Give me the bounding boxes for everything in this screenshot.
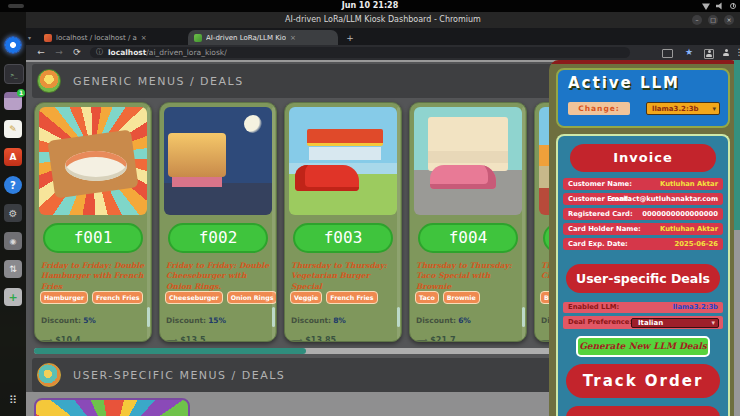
- section-title: USER-SPECIFIC MENUS / DEALS: [73, 369, 285, 382]
- price-line: $21.7: [416, 336, 456, 342]
- dock-item-glyph: ⚙: [9, 208, 18, 219]
- deal-item-chip: Cheeseburgerx 2: [165, 291, 223, 304]
- dock-item[interactable]: +: [4, 288, 22, 306]
- card-id-pill[interactable]: f002: [168, 223, 268, 253]
- card-image: [289, 107, 397, 215]
- field-value: 0000000000000000: [642, 208, 718, 220]
- item-name: Brownie: [447, 294, 476, 301]
- discount-line: Discount:5%: [41, 316, 96, 325]
- price-line: $13.85: [291, 336, 336, 342]
- field-label: Card Exp. Date:: [568, 238, 628, 250]
- track-order-button[interactable]: Track Order: [566, 364, 720, 398]
- llm-selected-value: llama3.2:3b: [652, 105, 699, 113]
- panel-top-strip: [549, 60, 737, 64]
- menu-card[interactable]: f001 Friday to Friday: Double Hamburger …: [34, 102, 152, 342]
- dock-item[interactable]: ?: [4, 176, 22, 194]
- deal-item-chip: Onion Ringsx 6: [227, 291, 277, 304]
- power-icon[interactable]: [730, 3, 736, 9]
- dock-item[interactable]: >_: [4, 64, 24, 84]
- menu-card[interactable]: f004 Thursday to Thursday: Taco Special …: [409, 102, 527, 342]
- url-host: localhost: [108, 48, 146, 57]
- menu-card[interactable]: f002 Friday to Friday: Double Cheeseburg…: [159, 102, 277, 342]
- tab-close-icon[interactable]: ×: [290, 34, 296, 42]
- forward-icon[interactable]: →: [52, 45, 66, 60]
- tab-localhost[interactable]: localhost / localhost / a ×: [38, 30, 186, 45]
- deal-preference-row: Deal Preference: Italian▾: [563, 316, 723, 329]
- clipped-bottom-button[interactable]: [566, 406, 720, 416]
- user-specific-card-partial[interactable]: [34, 398, 190, 416]
- active-llm-box: Active LLM Change: llama3.2:3b▾: [556, 68, 730, 128]
- dock-item-glyph: ◉: [10, 237, 17, 246]
- generate-deals-button[interactable]: Generate New LLM Deals: [576, 336, 710, 357]
- horizontal-scrollbar-thumb[interactable]: [34, 348, 306, 354]
- card-scrollbar[interactable]: [397, 107, 400, 339]
- invoice-button[interactable]: Invoice: [570, 144, 716, 172]
- back-icon[interactable]: ←: [34, 45, 48, 60]
- reload-icon[interactable]: ⟳: [70, 45, 84, 60]
- minimize-button[interactable]: –: [692, 15, 702, 25]
- llm-select[interactable]: llama3.2:3b▾: [646, 102, 720, 115]
- item-name: Cheeseburger: [169, 294, 219, 301]
- card-id-pill[interactable]: f004: [418, 223, 518, 253]
- discount-value: 5%: [83, 316, 96, 325]
- user-specific-deals-button[interactable]: User-specific Deals: [566, 264, 720, 293]
- dock-item-glyph: ✎: [9, 124, 17, 134]
- item-name: French Fries: [330, 294, 373, 301]
- item-name: Hamburger: [44, 294, 84, 301]
- item-name: Veggie: [294, 294, 318, 301]
- field-value: contact@kutluhanaktar.com: [611, 193, 718, 205]
- discount-line: Discount:6%: [416, 316, 471, 325]
- deal-items: Cheeseburgerx 2Onion Ringsx 6: [165, 291, 275, 304]
- price-line: $10.4: [41, 336, 81, 342]
- window-titlebar[interactable]: AI-driven LoRa/LLM Kiosk Dashboard - Chr…: [26, 12, 740, 28]
- dock-item[interactable]: [4, 36, 22, 54]
- browser-window: AI-driven LoRa/LLM Kiosk Dashboard - Chr…: [26, 12, 740, 416]
- vertical-scrollbar-thumb[interactable]: [734, 60, 740, 230]
- discount-value: 15%: [208, 316, 226, 325]
- dock-item[interactable]: ✎: [4, 120, 22, 138]
- extension-person-icon[interactable]: [704, 49, 714, 59]
- maximize-button[interactable]: □: [708, 15, 718, 25]
- show-apps-icon[interactable]: ⠿: [4, 392, 22, 410]
- new-tab-button[interactable]: +: [344, 32, 356, 44]
- tab-close-icon[interactable]: ×: [141, 34, 147, 42]
- volume-icon[interactable]: [716, 2, 724, 10]
- card-scrollbar[interactable]: [522, 107, 525, 339]
- discount-line: Discount:8%: [291, 316, 346, 325]
- menu-kebab-icon[interactable]: ⋮: [732, 45, 740, 60]
- dock-item[interactable]: A: [4, 148, 22, 166]
- customer-fields: Customer Name: Kutluhan Aktar Customer E…: [563, 178, 723, 253]
- control-panel: Active LLM Change: llama3.2:3b▾ Invoice …: [549, 60, 737, 416]
- card-id-pill[interactable]: f003: [293, 223, 393, 253]
- toolbar-extension-icon[interactable]: [662, 49, 673, 58]
- url-text[interactable]: localhost/ai_driven_lora_kiosk/: [108, 47, 227, 58]
- card-image: [39, 107, 147, 215]
- dock-item-glyph: A: [10, 152, 17, 162]
- card-id-pill[interactable]: f001: [43, 223, 143, 253]
- site-info-icon[interactable]: ⓘ: [96, 47, 103, 58]
- card-scrollbar[interactable]: [272, 107, 275, 339]
- system-tray[interactable]: [702, 2, 736, 10]
- discount-label: Discount:: [41, 316, 81, 325]
- profile-avatar-icon[interactable]: [722, 49, 730, 57]
- dock-item[interactable]: ⇅: [4, 260, 22, 278]
- item-name: Onion Rings: [231, 294, 274, 301]
- dock-item[interactable]: ◉: [4, 232, 22, 250]
- deal-description: Thursday to Thursday: Vegetarian Burger …: [291, 261, 397, 292]
- vertical-scrollbar[interactable]: [734, 60, 740, 416]
- network-icon[interactable]: [702, 2, 710, 10]
- change-label: Change:: [568, 102, 630, 115]
- customer-field-row: Customer Name: Kutluhan Aktar: [563, 178, 723, 190]
- deal-preference-select[interactable]: Italian▾: [631, 318, 719, 328]
- deal-item-chip: Veggiex 2: [290, 291, 322, 304]
- bookmark-star-icon[interactable]: ★: [682, 45, 696, 60]
- tab-favicon: [44, 34, 52, 42]
- dock-item[interactable]: 1: [4, 92, 22, 110]
- dock-item[interactable]: ⚙: [4, 204, 22, 222]
- tab-search-chevron-icon[interactable]: ▾: [28, 34, 31, 41]
- tab-kiosk-dashboard[interactable]: AI-driven LoRa/LLM Kio ×: [188, 30, 338, 45]
- card-scrollbar[interactable]: [147, 107, 150, 339]
- close-button[interactable]: ×: [724, 15, 734, 25]
- menu-card[interactable]: f003 Thursday to Thursday: Vegetarian Bu…: [284, 102, 402, 342]
- system-clock[interactable]: Jun 10 21:28: [0, 0, 740, 12]
